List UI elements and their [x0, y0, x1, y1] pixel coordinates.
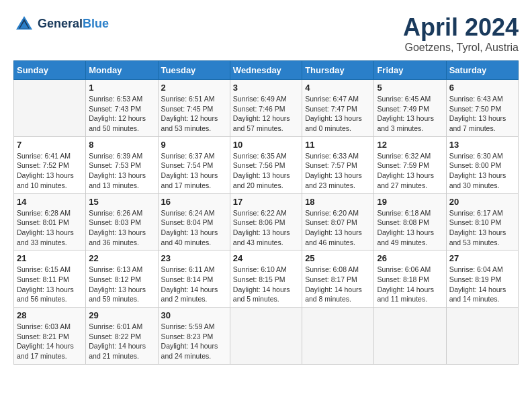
day-info: Sunrise: 6:51 AM Sunset: 7:45 PM Dayligh…: [161, 94, 227, 134]
day-number: 20: [449, 197, 515, 207]
day-info: Sunrise: 6:41 AM Sunset: 7:52 PM Dayligh…: [17, 151, 83, 191]
day-info: Sunrise: 6:28 AM Sunset: 8:01 PM Dayligh…: [17, 208, 83, 248]
day-info: Sunrise: 6:17 AM Sunset: 8:10 PM Dayligh…: [449, 208, 515, 248]
calendar-cell: 24Sunrise: 6:10 AM Sunset: 8:15 PM Dayli…: [230, 250, 302, 308]
weekday-header-tuesday: Tuesday: [158, 61, 230, 80]
page-header: GeneralBlue April 2024 Goetzens, Tyrol, …: [13, 13, 519, 54]
calendar-cell: 21Sunrise: 6:15 AM Sunset: 8:11 PM Dayli…: [14, 250, 86, 308]
day-number: 5: [377, 83, 443, 93]
calendar-cell: 28Sunrise: 6:03 AM Sunset: 8:21 PM Dayli…: [14, 308, 86, 365]
calendar-cell: 25Sunrise: 6:08 AM Sunset: 8:17 PM Dayli…: [302, 250, 374, 308]
day-info: Sunrise: 6:32 AM Sunset: 7:59 PM Dayligh…: [377, 151, 443, 191]
calendar-cell: 19Sunrise: 6:18 AM Sunset: 8:08 PM Dayli…: [374, 193, 446, 250]
day-info: Sunrise: 6:37 AM Sunset: 7:54 PM Dayligh…: [161, 151, 227, 191]
day-info: Sunrise: 6:22 AM Sunset: 8:06 PM Dayligh…: [233, 208, 299, 248]
calendar-cell: 12Sunrise: 6:32 AM Sunset: 7:59 PM Dayli…: [374, 136, 446, 193]
calendar-cell: 20Sunrise: 6:17 AM Sunset: 8:10 PM Dayli…: [446, 193, 518, 250]
day-number: 28: [17, 310, 83, 320]
calendar-cell: 9Sunrise: 6:37 AM Sunset: 7:54 PM Daylig…: [158, 136, 230, 193]
day-info: Sunrise: 6:30 AM Sunset: 8:00 PM Dayligh…: [449, 151, 515, 191]
day-info: Sunrise: 6:33 AM Sunset: 7:57 PM Dayligh…: [305, 151, 371, 191]
day-number: 25: [305, 253, 371, 263]
calendar-cell: 6Sunrise: 6:43 AM Sunset: 7:50 PM Daylig…: [446, 80, 518, 137]
calendar-cell: [374, 308, 446, 365]
calendar-table: SundayMondayTuesdayWednesdayThursdayFrid…: [13, 60, 519, 365]
calendar-cell: 13Sunrise: 6:30 AM Sunset: 8:00 PM Dayli…: [446, 136, 518, 193]
calendar-cell: 30Sunrise: 5:59 AM Sunset: 8:23 PM Dayli…: [158, 308, 230, 365]
day-info: Sunrise: 6:24 AM Sunset: 8:04 PM Dayligh…: [161, 208, 227, 248]
day-number: 2: [161, 83, 227, 93]
day-info: Sunrise: 6:10 AM Sunset: 8:15 PM Dayligh…: [233, 265, 299, 304]
day-number: 13: [449, 140, 515, 150]
weekday-header-friday: Friday: [374, 61, 446, 80]
weekday-header-saturday: Saturday: [446, 61, 518, 80]
day-number: 14: [17, 197, 83, 207]
calendar-cell: 23Sunrise: 6:11 AM Sunset: 8:14 PM Dayli…: [158, 250, 230, 308]
calendar-week-3: 14Sunrise: 6:28 AM Sunset: 8:01 PM Dayli…: [14, 193, 519, 250]
day-info: Sunrise: 6:06 AM Sunset: 8:18 PM Dayligh…: [377, 265, 443, 304]
calendar-cell: 17Sunrise: 6:22 AM Sunset: 8:06 PM Dayli…: [230, 193, 302, 250]
calendar-cell: 18Sunrise: 6:20 AM Sunset: 8:07 PM Dayli…: [302, 193, 374, 250]
calendar-week-5: 28Sunrise: 6:03 AM Sunset: 8:21 PM Dayli…: [14, 308, 519, 365]
calendar-cell: 10Sunrise: 6:35 AM Sunset: 7:56 PM Dayli…: [230, 136, 302, 193]
calendar-cell: [230, 308, 302, 365]
day-number: 11: [305, 140, 371, 150]
calendar-cell: 14Sunrise: 6:28 AM Sunset: 8:01 PM Dayli…: [14, 193, 86, 250]
day-number: 9: [161, 140, 227, 150]
day-number: 1: [89, 83, 154, 93]
day-info: Sunrise: 6:01 AM Sunset: 8:22 PM Dayligh…: [89, 322, 154, 361]
day-number: 17: [233, 197, 299, 207]
day-number: 16: [161, 197, 227, 207]
month-title: April 2024: [403, 13, 519, 42]
calendar-cell: 3Sunrise: 6:49 AM Sunset: 7:46 PM Daylig…: [230, 80, 302, 137]
day-info: Sunrise: 6:08 AM Sunset: 8:17 PM Dayligh…: [305, 265, 371, 304]
calendar-header-row: SundayMondayTuesdayWednesdayThursdayFrid…: [14, 61, 519, 80]
day-number: 12: [377, 140, 443, 150]
day-info: Sunrise: 6:26 AM Sunset: 8:03 PM Dayligh…: [89, 208, 154, 248]
day-info: Sunrise: 6:20 AM Sunset: 8:07 PM Dayligh…: [305, 208, 371, 248]
calendar-cell: 8Sunrise: 6:39 AM Sunset: 7:53 PM Daylig…: [86, 136, 158, 193]
calendar-cell: 26Sunrise: 6:06 AM Sunset: 8:18 PM Dayli…: [374, 250, 446, 308]
day-info: Sunrise: 6:18 AM Sunset: 8:08 PM Dayligh…: [377, 208, 443, 248]
day-number: 4: [305, 83, 371, 93]
day-number: 6: [449, 83, 515, 93]
calendar-cell: 22Sunrise: 6:13 AM Sunset: 8:12 PM Dayli…: [86, 250, 158, 308]
calendar-cell: 15Sunrise: 6:26 AM Sunset: 8:03 PM Dayli…: [86, 193, 158, 250]
calendar-cell: [302, 308, 374, 365]
calendar-body: 1Sunrise: 6:53 AM Sunset: 7:43 PM Daylig…: [14, 80, 519, 365]
day-info: Sunrise: 6:11 AM Sunset: 8:14 PM Dayligh…: [161, 265, 227, 304]
location: Goetzens, Tyrol, Austria: [403, 42, 519, 54]
day-info: Sunrise: 6:13 AM Sunset: 8:12 PM Dayligh…: [89, 265, 154, 304]
weekday-header-wednesday: Wednesday: [230, 61, 302, 80]
calendar-cell: [14, 80, 86, 137]
day-number: 27: [449, 253, 515, 263]
calendar-week-2: 7Sunrise: 6:41 AM Sunset: 7:52 PM Daylig…: [14, 136, 519, 193]
day-info: Sunrise: 6:39 AM Sunset: 7:53 PM Dayligh…: [89, 151, 154, 191]
calendar-cell: 16Sunrise: 6:24 AM Sunset: 8:04 PM Dayli…: [158, 193, 230, 250]
day-info: Sunrise: 6:04 AM Sunset: 8:19 PM Dayligh…: [449, 265, 515, 304]
day-number: 24: [233, 253, 299, 263]
day-info: Sunrise: 5:59 AM Sunset: 8:23 PM Dayligh…: [161, 322, 227, 361]
day-number: 10: [233, 140, 299, 150]
day-number: 26: [377, 253, 443, 263]
logo-icon: [13, 13, 35, 35]
day-info: Sunrise: 6:53 AM Sunset: 7:43 PM Dayligh…: [89, 94, 154, 134]
day-info: Sunrise: 6:49 AM Sunset: 7:46 PM Dayligh…: [233, 94, 299, 134]
calendar-cell: 2Sunrise: 6:51 AM Sunset: 7:45 PM Daylig…: [158, 80, 230, 137]
logo: GeneralBlue: [13, 13, 109, 35]
day-number: 22: [89, 253, 154, 263]
calendar-cell: 4Sunrise: 6:47 AM Sunset: 7:47 PM Daylig…: [302, 80, 374, 137]
day-number: 8: [89, 140, 154, 150]
calendar-cell: [446, 308, 518, 365]
day-info: Sunrise: 6:35 AM Sunset: 7:56 PM Dayligh…: [233, 151, 299, 191]
day-number: 30: [161, 310, 227, 320]
calendar-week-1: 1Sunrise: 6:53 AM Sunset: 7:43 PM Daylig…: [14, 80, 519, 137]
calendar-week-4: 21Sunrise: 6:15 AM Sunset: 8:11 PM Dayli…: [14, 250, 519, 308]
calendar-cell: 1Sunrise: 6:53 AM Sunset: 7:43 PM Daylig…: [86, 80, 158, 137]
day-number: 23: [161, 253, 227, 263]
day-info: Sunrise: 6:47 AM Sunset: 7:47 PM Dayligh…: [305, 94, 371, 134]
calendar-cell: 7Sunrise: 6:41 AM Sunset: 7:52 PM Daylig…: [14, 136, 86, 193]
day-info: Sunrise: 6:45 AM Sunset: 7:49 PM Dayligh…: [377, 94, 443, 134]
day-number: 29: [89, 310, 154, 320]
day-info: Sunrise: 6:43 AM Sunset: 7:50 PM Dayligh…: [449, 94, 515, 134]
